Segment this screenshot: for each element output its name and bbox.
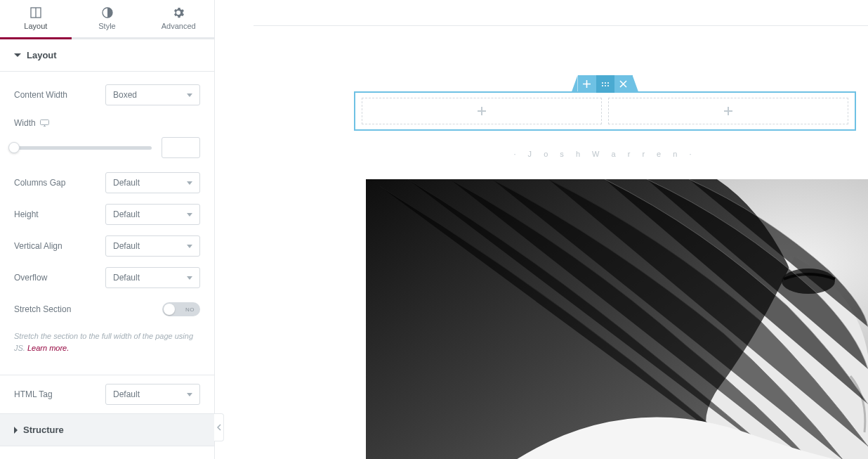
svg-point-7 — [604, 82, 605, 83]
column-add-left[interactable] — [362, 98, 602, 124]
toggle-knob — [164, 304, 175, 315]
tab-label: Style — [98, 22, 115, 30]
tab-label: Advanced — [162, 22, 196, 30]
tab-label: Layout — [24, 22, 47, 30]
tab-style[interactable]: Style — [72, 0, 143, 37]
stretch-help-text: Stretch the section to the full width of… — [14, 325, 200, 356]
label-stretch: Stretch Section — [14, 304, 71, 314]
control-vertical-align: Vertical Align Default — [14, 230, 200, 261]
label-overflow: Overflow — [14, 273, 47, 283]
layout-icon — [30, 7, 41, 18]
plus-icon — [583, 80, 591, 88]
handle-wing — [633, 75, 639, 93]
plus-icon — [723, 106, 733, 116]
layout-controls: Content Width Boxed Width Columns Gap De… — [0, 72, 214, 370]
editor-sidebar: Layout Style Advanced Layout Content Wid… — [0, 0, 215, 459]
grip-icon — [601, 82, 610, 87]
svg-point-8 — [607, 82, 608, 83]
control-html-tag: HTML Tag Default — [14, 384, 200, 405]
layout-controls-bottom: HTML Tag Default — [0, 375, 214, 413]
svg-point-6 — [601, 82, 603, 83]
label-content-width: Content Width — [14, 90, 67, 100]
width-slider[interactable] — [14, 146, 152, 150]
select-vertical-align[interactable]: Default — [105, 235, 200, 257]
delete-section-button[interactable] — [614, 75, 633, 93]
content-image — [366, 179, 868, 459]
select-content-width[interactable]: Boxed — [105, 84, 200, 105]
image-caption: · J o s h W a r r e n · — [354, 150, 856, 158]
select-overflow[interactable]: Default — [105, 267, 200, 288]
label-columns-gap: Columns Gap — [14, 178, 65, 188]
editor-tabs: Layout Style Advanced — [0, 0, 214, 39]
label-vertical-align: Vertical Align — [14, 241, 63, 251]
column-add-right[interactable] — [608, 98, 848, 124]
add-section-button[interactable] — [578, 75, 596, 93]
toggle-stretch[interactable]: NO — [162, 302, 200, 316]
label-height: Height — [14, 209, 39, 219]
control-overflow: Overflow Default — [14, 261, 200, 293]
learn-more-link[interactable]: Learn more. — [27, 344, 69, 352]
svg-point-10 — [604, 84, 605, 86]
desktop-icon — [40, 119, 49, 127]
caret-right-icon — [14, 427, 18, 434]
chevron-left-icon — [217, 424, 221, 431]
edit-section-button[interactable] — [596, 75, 614, 93]
section-header-layout[interactable]: Layout — [0, 39, 214, 72]
handle-wing — [572, 75, 578, 93]
width-number-input[interactable] — [162, 137, 200, 158]
control-stretch-section: Stretch Section NO — [14, 293, 200, 325]
svg-point-9 — [601, 84, 603, 86]
panel-collapse-handle[interactable] — [214, 413, 224, 441]
close-icon — [619, 80, 627, 88]
svg-point-11 — [607, 84, 608, 86]
slider-thumb[interactable] — [8, 142, 20, 153]
select-height[interactable]: Default — [105, 204, 200, 225]
style-icon — [102, 7, 113, 18]
label-html-tag: HTML Tag — [14, 389, 53, 399]
select-columns-gap[interactable]: Default — [105, 172, 200, 193]
caret-down-icon — [14, 53, 21, 57]
control-width-slider-row — [14, 131, 200, 167]
preview-divider — [254, 25, 868, 26]
svg-rect-3 — [40, 120, 48, 125]
active-tab-indicator — [0, 37, 72, 39]
selected-section[interactable] — [354, 91, 856, 131]
plus-icon — [477, 106, 487, 116]
section-header-structure[interactable]: Structure — [0, 413, 214, 446]
select-html-tag[interactable]: Default — [105, 384, 200, 405]
control-height: Height Default — [14, 198, 200, 230]
section-title: Structure — [23, 425, 64, 435]
label-width: Width — [14, 118, 49, 128]
tab-layout[interactable]: Layout — [0, 0, 72, 37]
section-handle — [572, 75, 639, 93]
control-content-width: Content Width Boxed — [14, 79, 200, 110]
control-width: Width — [14, 110, 200, 131]
control-columns-gap: Columns Gap Default — [14, 167, 200, 198]
preview-area: · J o s h W a r r e n · — [215, 0, 868, 459]
tab-advanced[interactable]: Advanced — [143, 0, 214, 37]
section-title: Layout — [27, 50, 57, 60]
gear-icon — [173, 7, 184, 18]
toggle-text: NO — [185, 306, 195, 312]
